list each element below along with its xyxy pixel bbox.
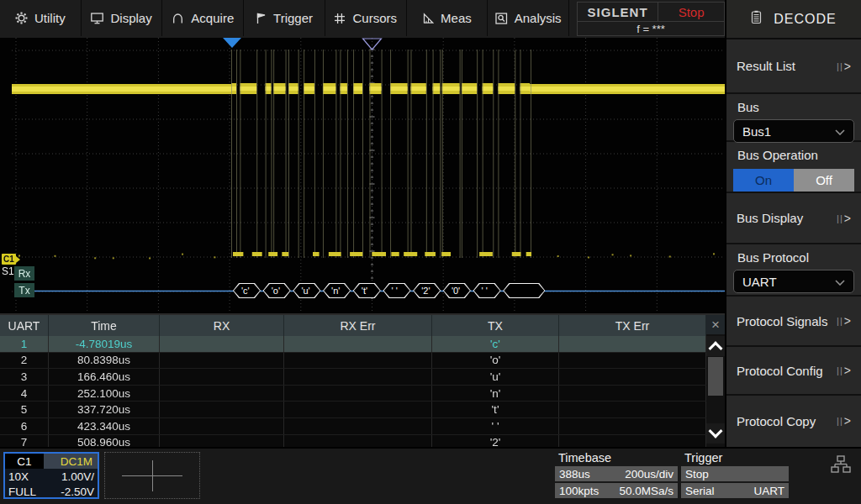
channel-c1-tag[interactable]: C1 [2,254,16,265]
rx-track-label: Rx [14,266,34,281]
cell-idx: 1 [0,336,49,352]
bus-display-section[interactable]: Bus Display ||> [726,193,861,244]
menu-item-analysis[interactable]: Analysis [488,0,569,36]
cell-tx_err [559,336,706,352]
add-channel-slot[interactable] [104,452,200,499]
analysis-icon [495,13,508,24]
table-row[interactable]: 1-4.78019us'c' [0,336,706,353]
protocol-signals-section[interactable]: Protocol Signals ||> [726,297,861,347]
menu-item-meas[interactable]: Meas [407,0,489,36]
bus-operation-off-button[interactable]: Off [794,169,854,192]
open-subpanel-icon: ||> [837,212,851,225]
table-row[interactable]: 4252.100us'n' [0,386,706,402]
result-list-section[interactable]: Result List ||> [726,39,861,94]
bus-section: Bus Bus1 [726,94,861,142]
channel-name: C1 [5,454,44,469]
cell-rx_err [284,353,432,369]
trigger-descriptor[interactable]: Trigger Stop Serial UART [681,450,789,500]
menu-item-label: Acquire [191,11,234,25]
waveform-area[interactable]: C1 S1 Rx Tx 'c''o''u''n''t'' ''2''0'' ' [0,38,725,313]
trigger-status: Stop [685,468,709,480]
protocol-copy-section[interactable]: Protocol Copy ||> [726,396,861,446]
menu-item-label: Trigger [273,11,313,25]
waveform-canvas [0,38,725,313]
decode-frame: 't' [353,283,381,298]
cell-idx: 6 [0,418,49,434]
cell-tx_err [559,369,706,385]
menu-item-utility[interactable]: Utility [0,0,82,36]
gear-icon [15,12,28,24]
cell-rx_err [284,369,432,385]
channel-c1-descriptor[interactable]: C1 DC1M 10X 1.00V/ FULL -2.50V [3,452,99,499]
timebase-delay: 388us [559,468,590,480]
table-row[interactable]: 6423.340us' ' [0,418,706,435]
trigger-protocol: UART [753,485,784,497]
menu-item-display[interactable]: Display [82,0,163,36]
cell-time: -4.78019us [49,336,160,352]
scroll-down-button[interactable] [706,423,725,444]
network-icon[interactable] [831,455,851,477]
chevron-down-icon [709,424,723,438]
open-subpanel-icon: ||> [837,60,851,73]
cell-time: 423.340us [49,418,160,434]
main-menu: UtilityDisplayAcquireTriggerCursorsMeasA… [0,0,569,36]
cell-tx: ' ' [432,418,559,434]
cell-time: 252.100us [49,386,160,402]
frequency-readout: f = *** [578,22,724,36]
menu-item-acquire[interactable]: Acquire [162,0,244,36]
bandwidth-limit: FULL [8,486,36,498]
display-icon [91,13,103,24]
scroll-up-button[interactable] [706,336,725,356]
close-icon[interactable]: × [706,315,725,334]
brand-logo: SIGLENT [578,3,658,21]
cell-tx: 'u' [432,369,559,385]
menu-item-cursors[interactable]: Cursors [325,0,407,36]
flag-icon [256,13,267,24]
decode-result-table: UARTTimeRXRX ErrTXTX Err 1-4.78019us'c'2… [0,313,725,447]
cell-rx [160,386,284,402]
table-row[interactable]: 5337.720us't' [0,402,706,418]
cell-time: 166.460us [49,369,160,385]
memory-depth: 100kpts [559,485,599,497]
decode-frame: '2' [413,283,441,298]
decode-frame: 'c' [233,283,261,298]
vertical-offset: -2.50V [61,486,94,498]
cell-tx: 'c' [432,336,559,352]
cell-idx: 2 [0,353,49,369]
timebase-descriptor[interactable]: Timebase 388us 200us/div 100kpts 50.0MSa… [555,450,678,500]
protocol-signals-label: Protocol Signals [737,314,827,328]
cursors-icon [334,13,346,24]
decode-panel-header: DECODE [726,0,861,39]
table-row[interactable]: 280.8398us'o' [0,353,706,370]
protocol-copy-label: Protocol Copy [737,414,816,428]
bus-protocol-select[interactable]: UART [733,270,854,293]
bus-label: Bus [726,94,861,114]
cell-idx: 3 [0,369,49,385]
bus-operation-toggle: On Off [733,169,854,192]
scrollbar-thumb[interactable] [708,357,723,396]
protocol-config-section[interactable]: Protocol Config ||> [726,347,861,396]
cell-tx_err [559,402,706,417]
column-header-uart: UART [0,315,49,336]
column-header-tx-err: TX Err [559,315,706,336]
bus-select[interactable]: Bus1 [733,119,854,143]
decode-frame: 'u' [293,283,320,298]
timebase-scale: 200us/div [625,468,673,480]
acquisition-state-badge: Stop [658,3,724,21]
cell-rx_err [284,418,432,434]
cell-tx: 't' [432,402,559,417]
cell-rx_err [284,386,432,402]
table-row[interactable]: 3166.460us'u' [0,369,706,386]
decode-frame: 'o' [263,283,291,298]
column-header-tx: TX [432,315,559,336]
panel-title: DECODE [774,12,836,27]
probe-attenuation: 10X [8,470,29,483]
vertical-scale: 1.00V/ [61,470,94,483]
acquire-icon [172,13,184,24]
bus-operation-on-button[interactable]: On [733,169,794,192]
menu-item-trigger[interactable]: Trigger [244,0,325,36]
bus-s1-tag[interactable]: S1 [2,266,14,277]
result-list-label: Result List [737,59,795,73]
menu-item-label: Utility [34,11,66,25]
menu-item-label: Analysis [515,11,562,25]
